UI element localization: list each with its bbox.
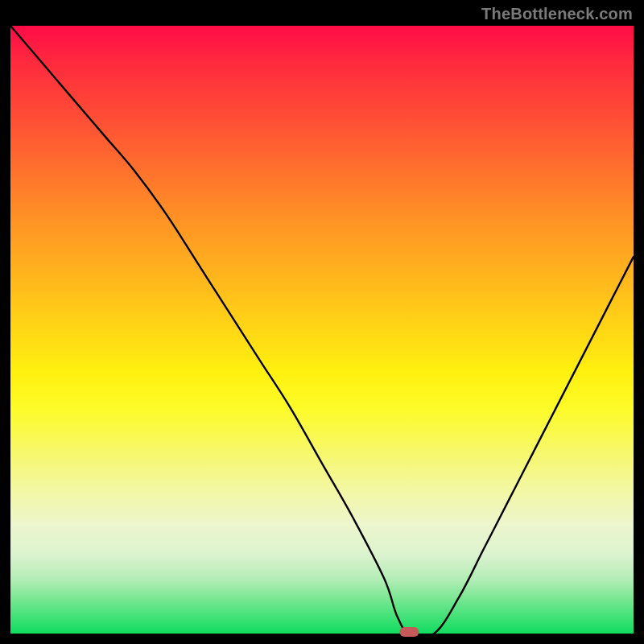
optimum-marker [399,627,419,637]
chart-overlay [10,26,634,634]
watermark-text: TheBottleneck.com [481,5,633,23]
bottleneck-curve [10,26,634,638]
chart-frame: TheBottleneck.com [0,0,644,644]
